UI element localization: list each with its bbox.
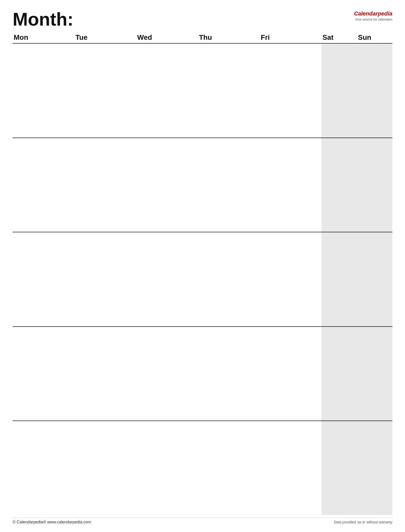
week2-tue[interactable] [74, 138, 136, 232]
page-footer: © Calendarpedia® www.calendarpedia.com D… [13, 518, 392, 524]
week-row-5 [13, 421, 392, 515]
week1-wed[interactable] [136, 44, 198, 138]
week-row-4 [13, 327, 392, 421]
header-fri: Fri [260, 33, 321, 42]
month-title: Month: [13, 10, 73, 28]
week4-wed[interactable] [136, 327, 198, 421]
brand-name-part1: Calendar [354, 10, 378, 17]
header-sun: Sun [357, 33, 392, 42]
week3-wed[interactable] [136, 232, 198, 326]
brand-logo: Calendarpedia Your source for calendars [354, 10, 392, 22]
header-tue: Tue [74, 33, 136, 42]
header-mon: Mon [13, 33, 74, 42]
week3-mon[interactable] [13, 232, 74, 326]
header-sat: Sat [321, 33, 357, 42]
week3-sat[interactable] [321, 232, 357, 326]
week5-tue[interactable] [74, 421, 136, 515]
week2-sun[interactable] [357, 138, 392, 232]
week2-fri[interactable] [260, 138, 321, 232]
week-row-1 [13, 44, 392, 138]
week5-wed[interactable] [136, 421, 198, 515]
week5-fri[interactable] [260, 421, 321, 515]
week1-fri[interactable] [260, 44, 321, 138]
week5-thu[interactable] [198, 421, 260, 515]
week1-thu[interactable] [198, 44, 260, 138]
week5-mon[interactable] [13, 421, 74, 515]
brand-name-part2: pedia [378, 10, 392, 17]
week1-sun[interactable] [357, 44, 392, 138]
calendar-grid: Mon Tue Wed Thu Fri Sat Sun [13, 33, 392, 515]
brand-tagline: Your source for calendars [354, 17, 392, 22]
week3-thu[interactable] [198, 232, 260, 326]
week-row-2 [13, 138, 392, 233]
footer-disclaimer: Data provided 'as is' without warranty [334, 520, 392, 524]
footer-copyright: © Calendarpedia® www.calendarpedia.com [13, 520, 91, 524]
header-wed: Wed [136, 33, 198, 42]
week2-sat[interactable] [321, 138, 357, 232]
week4-sun[interactable] [357, 327, 392, 421]
weeks-container [13, 44, 392, 515]
week4-tue[interactable] [74, 327, 136, 421]
calendar-page: Month: Calendarpedia Your source for cal… [0, 0, 405, 532]
week3-tue[interactable] [74, 232, 136, 326]
week4-sat[interactable] [321, 327, 357, 421]
week1-tue[interactable] [74, 44, 136, 138]
week1-sat[interactable] [321, 44, 357, 138]
week2-wed[interactable] [136, 138, 198, 232]
week5-sat[interactable] [321, 421, 357, 515]
week2-thu[interactable] [198, 138, 260, 232]
week4-thu[interactable] [198, 327, 260, 421]
header-thu: Thu [198, 33, 260, 42]
week4-mon[interactable] [13, 327, 74, 421]
page-header: Month: Calendarpedia Your source for cal… [13, 10, 392, 28]
week4-fri[interactable] [260, 327, 321, 421]
day-headers-row: Mon Tue Wed Thu Fri Sat Sun [13, 33, 392, 44]
week1-mon[interactable] [13, 44, 74, 138]
week3-sun[interactable] [357, 232, 392, 326]
week5-sun[interactable] [357, 421, 392, 515]
week-row-3 [13, 232, 392, 327]
week2-mon[interactable] [13, 138, 74, 232]
brand-name: Calendarpedia [354, 10, 392, 17]
week3-fri[interactable] [260, 232, 321, 326]
